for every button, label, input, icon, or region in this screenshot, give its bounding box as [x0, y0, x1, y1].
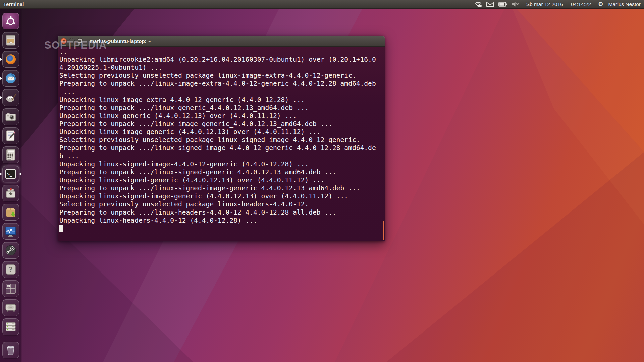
launcher-item-trash[interactable]: [0, 340, 21, 359]
launcher-item-terminal[interactable]: >_: [0, 164, 21, 183]
terminal-output[interactable]: ..Unpacking libmircookie2:amd64 (0.20.2+…: [58, 47, 385, 241]
terminal-line: Preparing to unpack .../linux-image-gene…: [59, 120, 383, 128]
progress-chip: Progress: [ 38%]: [89, 241, 155, 241]
launcher-item-steam[interactable]: [0, 241, 21, 260]
startup-disk-icon: [2, 185, 19, 201]
package-installer-icon: [2, 204, 19, 221]
svg-text:>_: >_: [7, 172, 12, 177]
launcher-item-list: >_?: [0, 11, 21, 336]
battery-icon[interactable]: [498, 2, 507, 7]
launcher-bottom: [0, 340, 21, 359]
scrollbar-thumb[interactable]: [383, 221, 384, 240]
files-icon: [2, 32, 19, 49]
running-indicator: [0, 96, 2, 99]
watermark: SOFTPEDIA: [44, 39, 107, 51]
terminal-line: ..: [59, 48, 383, 56]
firefox-icon: [2, 51, 19, 68]
terminal-line: Preparing to unpack .../linux-generic_4.…: [59, 104, 383, 112]
svg-text:?: ?: [9, 265, 13, 274]
launcher-item-package-installer[interactable]: [0, 202, 21, 222]
session-gear-icon[interactable]: ⚙: [598, 1, 603, 7]
terminal-line: Unpacking linux-signed-image-generic (4.…: [59, 192, 383, 200]
session-username[interactable]: Marius Nestor: [608, 1, 641, 7]
clock-time[interactable]: 04:14:22: [571, 1, 591, 7]
system-tray: Sb mar 12 2016 04:14:22 ⚙ Marius Nestor: [475, 0, 644, 8]
running-indicator: [0, 172, 2, 176]
terminal-line: Unpacking linux-headers-4.4.0-12 (4.4.0-…: [59, 217, 383, 225]
text-editor-icon: [2, 127, 19, 144]
terminal-line: Unpacking libmircookie2:amd64 (0.20.2+16…: [59, 56, 383, 64]
progress-bar-text: [#######################................…: [159, 241, 385, 241]
focused-indicator: [19, 172, 21, 176]
terminal-line: b ...: [59, 152, 383, 160]
terminal-line: Preparing to unpack .../linux-headers-4.…: [59, 208, 383, 217]
launcher-item-workspace-switcher[interactable]: [0, 279, 21, 298]
launcher-item-text-editor[interactable]: [0, 126, 21, 145]
terminal-line: Unpacking linux-generic (4.4.0.12.13) ov…: [59, 112, 383, 120]
launcher: >_?: [0, 9, 21, 362]
progress-line: Progress: [ 38%][#######################…: [59, 233, 383, 241]
top-panel: Terminal: [0, 0, 644, 9]
clock-date[interactable]: Sb mar 12 2016: [526, 1, 563, 7]
progress-open-bracket: [: [130, 241, 135, 241]
terminal-line: Unpacking linux-signed-image-4.4.0-12-ge…: [59, 160, 383, 168]
dash-icon: [2, 13, 19, 29]
progress-close-bracket: ]: [150, 241, 154, 241]
calculator-icon: [2, 146, 19, 163]
launcher-item-firefox[interactable]: [0, 50, 21, 69]
camera-icon: [2, 108, 19, 125]
launcher-item-disks[interactable]: [0, 298, 21, 317]
progress-label: Progress:: [91, 241, 130, 241]
terminal-line: Selecting previously unselected package …: [59, 200, 383, 208]
launcher-item-calculator[interactable]: [0, 145, 21, 164]
launcher-item-system-monitor[interactable]: [0, 222, 21, 241]
trash-icon: [2, 342, 19, 358]
terminal-line: Unpacking linux-image-extra-4.4.0-12-gen…: [59, 96, 383, 104]
terminal-line: Preparing to unpack .../linux-signed-gen…: [59, 168, 383, 176]
volume-muted-icon[interactable]: [512, 1, 519, 7]
launcher-item-gimp[interactable]: [0, 88, 21, 107]
launcher-item-startup-disk[interactable]: [0, 183, 21, 202]
terminal-window: marius@ubuntu-laptop: ~ ..Unpacking libm…: [58, 36, 385, 241]
mail-icon[interactable]: [486, 2, 494, 7]
steam-icon: [2, 242, 19, 259]
servers-icon: [2, 318, 19, 335]
workspace-switcher-icon: [2, 280, 19, 297]
gimp-icon: [2, 89, 19, 106]
system-monitor-icon: [2, 223, 19, 240]
disks-icon: [2, 299, 19, 316]
terminal-lines: ..Unpacking libmircookie2:amd64 (0.20.2+…: [59, 48, 383, 225]
terminal-line: Unpacking linux-signed-generic (4.4.0.12…: [59, 176, 383, 184]
terminal-line: Preparing to unpack .../linux-signed-ima…: [59, 144, 383, 152]
help-icon: ?: [2, 261, 19, 278]
terminal-line: Preparing to unpack .../linux-image-extr…: [59, 80, 383, 88]
terminal-line: 4.20160225.1-0ubuntu1) ...: [59, 64, 383, 72]
desktop: Terminal: [0, 0, 644, 362]
launcher-item-dash[interactable]: [0, 11, 21, 31]
launcher-item-help[interactable]: ?: [0, 260, 21, 279]
terminal-line: Preparing to unpack .../linux-signed-ima…: [59, 184, 383, 192]
terminal-line: Selecting previously unselected package …: [59, 72, 383, 80]
terminal-line: Selecting previously unselected package …: [59, 136, 383, 144]
running-indicator: [0, 77, 2, 80]
terminal-cursor: [59, 225, 63, 232]
network-wifi-icon[interactable]: [475, 1, 482, 7]
terminal-line: ...: [59, 88, 383, 96]
cursor-line: [59, 225, 383, 233]
progress-percent: 38%: [135, 241, 150, 241]
thunderbird-icon: [2, 70, 19, 87]
launcher-item-files[interactable]: [0, 31, 21, 50]
active-app-title: Terminal: [0, 1, 24, 7]
launcher-item-thunderbird[interactable]: [0, 69, 21, 88]
terminal-line: Unpacking linux-image-generic (4.4.0.12.…: [59, 128, 383, 136]
running-indicator: [0, 58, 2, 61]
launcher-item-servers[interactable]: [0, 317, 21, 336]
launcher-item-camera[interactable]: [0, 107, 21, 126]
terminal-icon: >_: [2, 166, 19, 182]
